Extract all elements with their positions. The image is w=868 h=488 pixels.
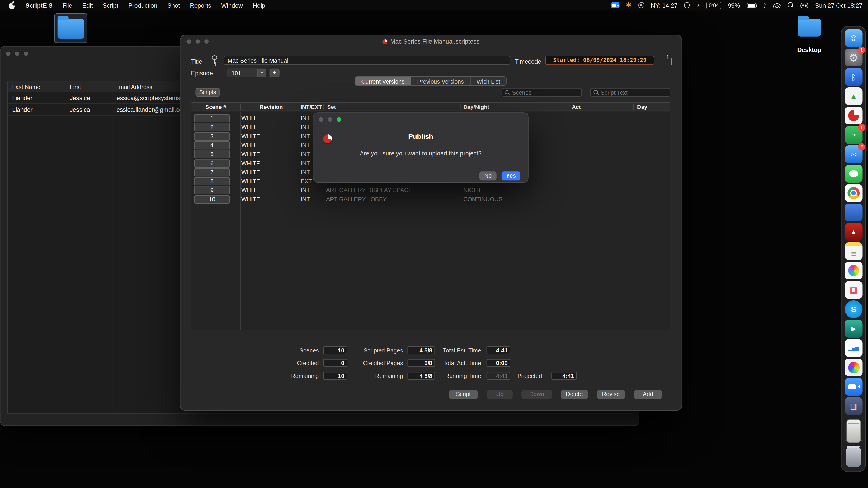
dock-mail-icon[interactable]: ✉2 bbox=[845, 145, 862, 163]
dock-chrome-icon[interactable] bbox=[845, 184, 862, 202]
flower-menu-icon[interactable]: ✻ bbox=[626, 2, 631, 8]
status-location-time[interactable]: NY: 14:27 bbox=[651, 2, 677, 8]
title-field[interactable]: Mac Series File Manual bbox=[223, 56, 510, 65]
menu-file[interactable]: File bbox=[63, 2, 72, 8]
scene-number-cell[interactable]: 3 bbox=[194, 132, 230, 140]
battery-percent[interactable]: 99% bbox=[728, 2, 740, 8]
menu-reports[interactable]: Reports bbox=[190, 2, 211, 8]
revise-button[interactable]: Revise bbox=[597, 390, 625, 399]
dock-green-app-icon[interactable]: ◔1 bbox=[845, 126, 862, 144]
tab-previous-versions[interactable]: Previous Versions bbox=[411, 76, 471, 86]
control-center-icon[interactable] bbox=[801, 2, 808, 8]
dock-jar-stack-icon[interactable] bbox=[846, 419, 861, 443]
share-upload-icon[interactable] bbox=[662, 53, 674, 67]
dock-acrobat-icon[interactable]: ▲ bbox=[845, 223, 862, 240]
menu-window[interactable]: Window bbox=[221, 2, 243, 8]
shield-menu-icon[interactable] bbox=[684, 2, 690, 8]
column-header-day[interactable]: Day bbox=[637, 104, 647, 110]
scene-number-cell[interactable]: 6 bbox=[194, 159, 230, 168]
dock-google-drive-icon[interactable]: ▲ bbox=[845, 88, 862, 105]
zoom-button[interactable] bbox=[204, 39, 209, 44]
desktop-folder-label[interactable]: Desktop bbox=[783, 46, 836, 53]
close-button[interactable] bbox=[186, 39, 191, 44]
record-menu-icon[interactable] bbox=[638, 2, 644, 8]
dock-finder-icon[interactable]: ☺ bbox=[845, 29, 862, 47]
menu-clock[interactable]: Sun 27 Oct 18:27 bbox=[815, 2, 863, 8]
total-est-time-value[interactable]: 4:41 bbox=[487, 346, 510, 354]
up-button[interactable]: Up bbox=[487, 390, 513, 399]
scene-row[interactable]: 9 WHITE INT ART GALLERY DISPLAY SPACE NI… bbox=[191, 186, 670, 195]
delete-button[interactable]: Delete bbox=[561, 390, 588, 399]
menu-app-name[interactable]: ScriptE S bbox=[26, 2, 53, 8]
scene-number-cell[interactable]: 1 bbox=[194, 114, 230, 122]
scripts-button[interactable]: Scripts bbox=[195, 88, 220, 97]
menu-help[interactable]: Help bbox=[253, 2, 265, 8]
charge-time[interactable]: 0:04 bbox=[706, 1, 721, 9]
column-header-scene[interactable]: Scene # bbox=[206, 104, 226, 110]
chevron-down-icon[interactable]: ▾ bbox=[257, 69, 266, 77]
scene-number-cell[interactable]: 8 bbox=[194, 177, 230, 186]
no-button[interactable]: No bbox=[479, 171, 497, 180]
desktop-folder-icon-top-left[interactable] bbox=[58, 19, 84, 39]
dock-scripte-app-icon[interactable] bbox=[845, 107, 862, 125]
column-header-first[interactable]: First bbox=[70, 84, 81, 90]
column-header-revision[interactable]: Revision bbox=[260, 104, 283, 110]
down-button[interactable]: Down bbox=[522, 390, 552, 399]
add-button[interactable]: Add bbox=[634, 390, 662, 399]
dock-zoom-icon[interactable] bbox=[845, 378, 862, 396]
projected-value[interactable]: 4:41 bbox=[551, 372, 577, 380]
minimize-button[interactable] bbox=[15, 52, 20, 56]
spotlight-search-icon[interactable] bbox=[788, 2, 794, 8]
dock-system-settings-icon[interactable]: ⚙1 bbox=[845, 49, 862, 66]
timecode-field[interactable]: Started: 08/09/2024 18:29:29 bbox=[545, 56, 654, 65]
menu-shot[interactable]: Shot bbox=[167, 2, 180, 8]
column-header-set[interactable]: Set bbox=[327, 104, 336, 110]
total-act-time-value[interactable]: 0:00 bbox=[487, 359, 510, 367]
scenes-value[interactable]: 10 bbox=[323, 346, 347, 354]
scene-number-cell[interactable]: 10 bbox=[194, 195, 230, 203]
zoom-button[interactable] bbox=[337, 117, 341, 122]
dock-remote-screens-icon[interactable]: ▥ bbox=[845, 397, 862, 415]
dock-document-app-icon[interactable]: ▤ bbox=[845, 203, 862, 221]
search-script-text-input[interactable]: Script Text bbox=[590, 88, 671, 97]
column-header-act[interactable]: Act bbox=[572, 104, 581, 110]
column-header-last-name[interactable]: Last Name bbox=[12, 84, 40, 90]
main-window-titlebar[interactable]: Mac Series File Manual.scriptess bbox=[180, 35, 681, 48]
scene-number-cell[interactable]: 7 bbox=[194, 168, 230, 176]
battery-icon[interactable] bbox=[747, 3, 756, 8]
menu-script[interactable]: Script bbox=[103, 2, 119, 8]
dock-photos-icon[interactable] bbox=[845, 262, 862, 279]
dock-analytics-app-icon[interactable]: ▂▄▆ bbox=[845, 339, 862, 357]
remaining-value[interactable]: 10 bbox=[323, 372, 347, 380]
scene-number-cell[interactable]: 2 bbox=[194, 123, 230, 131]
publish-dialog[interactable]: Publish Are you sure you want to upload … bbox=[313, 112, 529, 183]
apple-menu-icon[interactable] bbox=[9, 2, 16, 9]
key-icon[interactable] bbox=[211, 55, 217, 65]
scene-number-cell[interactable]: 9 bbox=[194, 186, 230, 194]
dock-messages-icon[interactable] bbox=[845, 165, 862, 183]
minimize-button[interactable] bbox=[195, 39, 200, 44]
wifi-icon[interactable] bbox=[773, 2, 781, 8]
close-button[interactable] bbox=[319, 117, 323, 122]
bluetooth-icon[interactable]: ᛒ bbox=[763, 2, 766, 8]
search-scenes-input[interactable]: Scenes bbox=[502, 88, 582, 97]
desktop-folder-icon[interactable] bbox=[798, 19, 821, 36]
scene-number-cell[interactable]: 4 bbox=[194, 141, 230, 149]
column-header-email[interactable]: Email Address bbox=[115, 84, 152, 90]
tab-current-versions[interactable]: Current Versions bbox=[355, 76, 411, 86]
zoom-button[interactable] bbox=[24, 52, 28, 56]
main-window[interactable]: Mac Series File Manual.scriptess Title M… bbox=[180, 35, 682, 411]
dock-color-wheel-app-icon[interactable] bbox=[845, 359, 862, 376]
credited-value[interactable]: 0 bbox=[323, 359, 347, 367]
menu-production[interactable]: Production bbox=[128, 2, 158, 8]
column-header-day-night[interactable]: Day/Night bbox=[463, 104, 489, 110]
zoom-menu-icon[interactable] bbox=[611, 2, 619, 8]
scene-row[interactable]: 10 WHITE INT ART GALLERY LOBBY CONTINUOU… bbox=[191, 195, 670, 204]
scene-number-cell[interactable]: 5 bbox=[194, 150, 230, 158]
dock-grid-app-icon[interactable]: ▦ bbox=[845, 281, 862, 299]
minimize-button[interactable] bbox=[328, 117, 332, 122]
tab-wish-list[interactable]: Wish List bbox=[470, 76, 507, 86]
dock-skype-icon[interactable]: S bbox=[845, 300, 862, 318]
yes-button[interactable]: Yes bbox=[502, 171, 520, 180]
menu-edit[interactable]: Edit bbox=[82, 2, 93, 8]
